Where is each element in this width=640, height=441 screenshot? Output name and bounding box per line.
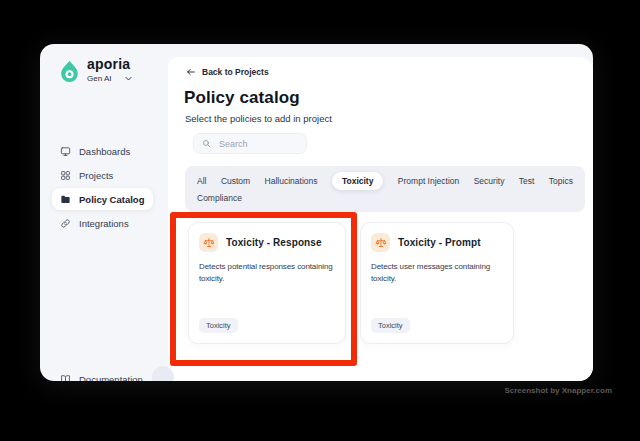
book-icon bbox=[60, 374, 71, 381]
brand: aporia Gen AI bbox=[59, 57, 133, 85]
policy-card-toxicity-prompt[interactable]: Toxicity - Prompt Detects user messages … bbox=[360, 222, 514, 344]
app-window: aporia Gen AI Dashboards Projects Policy… bbox=[40, 44, 593, 381]
aporia-logo-icon bbox=[59, 59, 80, 85]
link-icon bbox=[60, 218, 71, 229]
workspace-name: Gen AI bbox=[87, 74, 111, 83]
filter-tabs: All Custom Hallucinations Toxicity Promp… bbox=[185, 166, 585, 212]
sidebar: aporia Gen AI Dashboards Projects Policy… bbox=[40, 44, 168, 381]
back-to-projects-link[interactable]: Back to Projects bbox=[186, 67, 269, 77]
sidebar-item-label: Policy Catalog bbox=[79, 194, 144, 205]
scales-icon bbox=[371, 233, 390, 252]
chevron-down-icon bbox=[124, 74, 133, 83]
sidebar-item-label: Integrations bbox=[79, 218, 129, 229]
search-bar[interactable] bbox=[193, 133, 307, 154]
tab-custom[interactable]: Custom bbox=[221, 173, 250, 189]
scales-icon bbox=[199, 233, 218, 252]
main-panel: Back to Projects Policy catalog Select t… bbox=[168, 57, 593, 381]
brand-name: aporia bbox=[87, 57, 133, 72]
card-header: Toxicity - Response bbox=[199, 233, 335, 252]
sidebar-item-projects[interactable]: Projects bbox=[52, 164, 153, 186]
sidebar-item-policy-catalog[interactable]: Policy Catalog bbox=[52, 188, 153, 210]
dashboards-icon bbox=[60, 146, 71, 157]
tab-compliance[interactable]: Compliance bbox=[197, 190, 242, 206]
page-subtitle: Select the policies to add in project bbox=[185, 113, 332, 124]
card-description: Detects potential responses containing t… bbox=[199, 261, 335, 286]
sidebar-item-integrations[interactable]: Integrations bbox=[52, 212, 153, 234]
tab-topics[interactable]: Topics bbox=[549, 173, 573, 189]
sidebar-item-label: Projects bbox=[79, 170, 113, 181]
tab-row-1: All Custom Hallucinations Toxicity Promp… bbox=[197, 171, 573, 190]
card-title: Toxicity - Prompt bbox=[398, 237, 481, 248]
card-header: Toxicity - Prompt bbox=[371, 233, 503, 252]
card-title: Toxicity - Response bbox=[226, 237, 322, 248]
floating-button[interactable] bbox=[152, 366, 174, 381]
card-description: Detects user messages containing toxicit… bbox=[371, 261, 503, 286]
watermark-text: Screenshot by Xnapper.com bbox=[504, 386, 612, 395]
tab-row-2: Compliance bbox=[197, 190, 573, 206]
tab-test[interactable]: Test bbox=[519, 173, 535, 189]
folder-icon bbox=[60, 194, 71, 205]
sidebar-item-label: Dashboards bbox=[79, 146, 130, 157]
search-input[interactable] bbox=[217, 138, 301, 150]
tab-toxicity[interactable]: Toxicity bbox=[332, 172, 384, 190]
arrow-left-icon bbox=[186, 67, 196, 77]
search-icon bbox=[202, 139, 211, 148]
sidebar-item-dashboards[interactable]: Dashboards bbox=[52, 140, 153, 162]
brand-text: aporia Gen AI bbox=[87, 57, 133, 83]
back-link-label: Back to Projects bbox=[202, 67, 269, 77]
sidebar-item-label: Documentation bbox=[79, 374, 143, 381]
tab-prompt-injection[interactable]: Prompt Injection bbox=[398, 173, 459, 189]
projects-icon bbox=[60, 170, 71, 181]
sidebar-nav: Dashboards Projects Policy Catalog Integ… bbox=[52, 140, 153, 236]
tab-hallucinations[interactable]: Hallucinations bbox=[265, 173, 318, 189]
card-tag-badge: Toxicity bbox=[371, 318, 410, 333]
sidebar-item-documentation[interactable]: Documentation bbox=[60, 374, 143, 381]
card-tag-badge: Toxicity bbox=[199, 318, 238, 333]
tab-security[interactable]: Security bbox=[474, 173, 505, 189]
policy-card-toxicity-response[interactable]: Toxicity - Response Detects potential re… bbox=[188, 222, 346, 344]
tab-all[interactable]: All bbox=[197, 173, 206, 189]
workspace-switcher[interactable]: Gen AI bbox=[87, 74, 133, 83]
page-title: Policy catalog bbox=[184, 88, 300, 108]
